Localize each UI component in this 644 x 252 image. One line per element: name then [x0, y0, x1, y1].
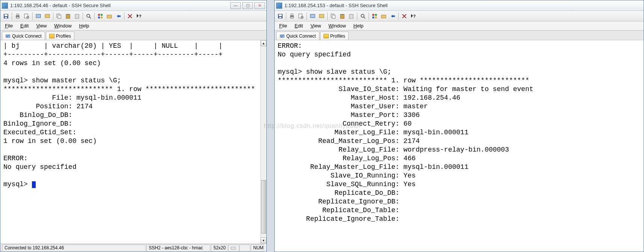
- tab-quick-connect[interactable]: Quick Connect: [276, 32, 319, 40]
- scroll-thumb[interactable]: [261, 180, 266, 234]
- copy-button[interactable]: [55, 12, 63, 20]
- color-button[interactable]: [96, 12, 104, 20]
- svg-rect-20: [101, 17, 103, 18]
- menu-edit[interactable]: Edit: [19, 22, 30, 29]
- settings-button[interactable]: [105, 12, 113, 20]
- svg-rect-26: [279, 14, 282, 16]
- print-button[interactable]: [288, 12, 296, 20]
- close-button[interactable]: ✕: [254, 2, 265, 9]
- new-file-transfer-button[interactable]: [317, 12, 326, 20]
- terminal-1[interactable]: | bj | varchar(20) | YES | | NULL | | +-…: [0, 40, 266, 243]
- scroll-up-button[interactable]: ▲: [261, 40, 266, 46]
- svg-rect-27: [279, 17, 281, 18]
- color-button[interactable]: [370, 12, 379, 20]
- scrollbar-1[interactable]: ▲ ▼: [260, 40, 266, 243]
- scroll-track[interactable]: [261, 46, 266, 237]
- svg-rect-36: [332, 15, 335, 18]
- svg-rect-30: [291, 17, 293, 18]
- svg-rect-33: [310, 14, 315, 18]
- menu-window[interactable]: Window: [53, 22, 73, 29]
- tab-quick-connect-label: Quick Connect: [286, 33, 316, 39]
- status-size: 52x20: [211, 244, 227, 251]
- svg-line-41: [364, 17, 365, 18]
- menubar-2: File Edit View Window Help: [275, 21, 644, 30]
- status-cipher: SSH2 - aes128-cbc - hmac: [146, 244, 210, 251]
- svg-rect-14: [75, 14, 79, 18]
- find-button[interactable]: [359, 12, 367, 20]
- menu-file[interactable]: File: [278, 22, 289, 29]
- svg-point-40: [361, 14, 364, 17]
- paste-button[interactable]: [64, 12, 72, 20]
- tabbar-1: Quick Connect Profiles: [0, 30, 266, 40]
- print-preview-button[interactable]: [23, 12, 31, 20]
- minimize-button[interactable]: —: [230, 2, 241, 9]
- menu-edit[interactable]: Edit: [293, 22, 304, 29]
- save-button[interactable]: [276, 12, 284, 20]
- svg-text:?: ?: [139, 14, 141, 18]
- connect-icon: [5, 33, 11, 39]
- svg-rect-31: [299, 14, 302, 18]
- help-button[interactable]: [126, 12, 134, 20]
- help-button[interactable]: [400, 12, 408, 20]
- menu-help[interactable]: Help: [78, 22, 91, 29]
- ssh-window-2: 1:192.168.254.153 - default - SSH Secure…: [274, 0, 644, 252]
- svg-rect-5: [17, 17, 19, 18]
- find-button[interactable]: [85, 12, 93, 20]
- menu-help[interactable]: Help: [352, 22, 365, 29]
- clipboard-button[interactable]: [347, 12, 355, 20]
- svg-rect-45: [375, 17, 377, 18]
- toolbar-1: ?: [0, 11, 266, 21]
- settings-button[interactable]: [379, 12, 388, 20]
- maximize-button[interactable]: ▢: [242, 2, 253, 9]
- svg-rect-17: [98, 14, 100, 16]
- app-icon: [276, 3, 282, 9]
- save-button[interactable]: [2, 12, 10, 20]
- new-file-transfer-button[interactable]: [43, 12, 51, 20]
- svg-rect-21: [107, 15, 112, 18]
- context-help-button[interactable]: ?: [135, 12, 143, 20]
- connect-icon: [280, 33, 285, 39]
- svg-rect-13: [67, 14, 69, 15]
- tab-profiles[interactable]: Profiles: [320, 32, 349, 40]
- context-help-button[interactable]: ?: [409, 12, 417, 20]
- svg-point-15: [87, 14, 90, 17]
- svg-rect-34: [319, 14, 324, 18]
- tab-quick-connect-label: Quick Connect: [12, 33, 42, 39]
- app-icon: [2, 3, 8, 9]
- folder-icon: [49, 34, 54, 38]
- svg-text:?: ?: [413, 14, 416, 18]
- status-blank1: [228, 244, 239, 251]
- new-terminal-button[interactable]: [308, 12, 317, 20]
- titlebar-2[interactable]: 1:192.168.254.153 - default - SSH Secure…: [275, 0, 644, 11]
- tabbar-2: Quick Connect Profiles: [275, 30, 644, 40]
- titlebar-1[interactable]: 1:192.168.254.46 - default - SSH Secure …: [0, 0, 266, 11]
- menu-window[interactable]: Window: [327, 22, 347, 29]
- svg-rect-11: [58, 15, 61, 18]
- clipboard-button[interactable]: [73, 12, 81, 20]
- ssh-window-1: 1:192.168.254.46 - default - SSH Secure …: [0, 0, 267, 252]
- tab-quick-connect[interactable]: Quick Connect: [2, 32, 45, 40]
- menu-view[interactable]: View: [309, 22, 322, 29]
- new-terminal-button[interactable]: [34, 12, 42, 20]
- terminal-2[interactable]: ERROR: No query specified mysql> show sl…: [275, 40, 644, 252]
- svg-rect-6: [24, 14, 28, 18]
- disconnect-button[interactable]: [114, 12, 122, 20]
- svg-line-16: [89, 17, 91, 18]
- tab-profiles[interactable]: Profiles: [46, 32, 74, 40]
- paste-button[interactable]: [338, 12, 346, 20]
- print-preview-button[interactable]: [297, 12, 305, 20]
- svg-rect-1: [5, 14, 8, 16]
- svg-rect-39: [349, 14, 353, 18]
- menu-file[interactable]: File: [3, 22, 14, 29]
- scroll-down-button[interactable]: ▼: [261, 237, 266, 243]
- copy-button[interactable]: [329, 12, 337, 20]
- menu-view[interactable]: View: [35, 22, 48, 29]
- cursor: [32, 181, 36, 188]
- svg-rect-42: [372, 14, 374, 16]
- svg-rect-4: [17, 14, 19, 15]
- svg-rect-9: [45, 14, 50, 18]
- print-button[interactable]: [14, 12, 22, 20]
- statusbar-1: Connected to 192.168.254.46 SSH2 - aes12…: [0, 243, 266, 252]
- disconnect-button[interactable]: [389, 12, 397, 20]
- svg-rect-8: [36, 14, 41, 18]
